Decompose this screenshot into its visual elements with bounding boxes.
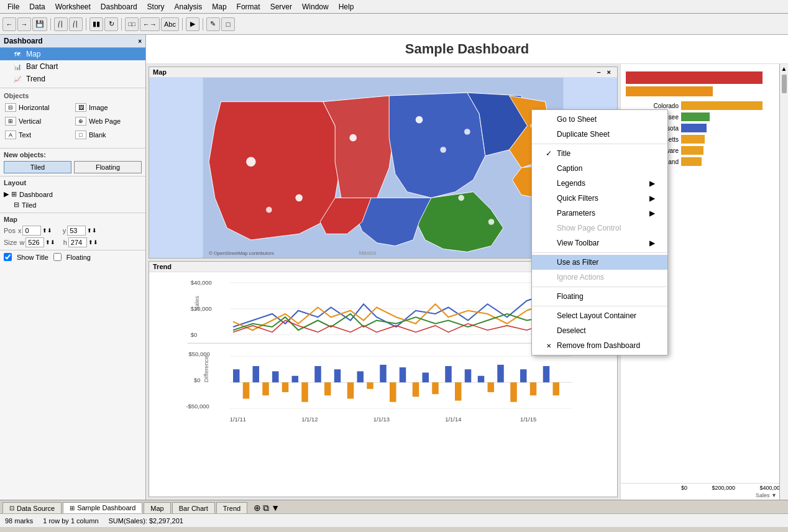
svg-rect-57 — [520, 369, 527, 382]
present-button[interactable]: ▶ — [186, 17, 199, 31]
more-tabs-button[interactable]: ▼ — [271, 503, 280, 513]
menu-window[interactable]: Window — [297, 1, 334, 12]
ctx-title-label: Title — [557, 149, 570, 158]
menu-format[interactable]: Format — [232, 1, 265, 12]
objects-label: Objects — [4, 92, 142, 99]
tab-map[interactable]: Map — [144, 502, 170, 513]
new-sheet-button[interactable]: ⊕ — [254, 503, 261, 513]
svg-text:© OpenStreetMap contributors: © OpenStreetMap contributors — [209, 250, 274, 256]
ctx-sep-2 — [532, 252, 667, 253]
map-close-button[interactable]: × — [605, 68, 613, 76]
floating-button[interactable]: Floating — [74, 161, 142, 173]
scroll-up-button[interactable]: ▲ — [780, 64, 788, 73]
menu-file[interactable]: File — [2, 1, 24, 12]
tab-barchart[interactable]: Bar Chart — [172, 502, 215, 513]
obj-image[interactable]: 🖼 Image — [74, 102, 142, 113]
undo-button[interactable]: ⎛⎜ — [54, 17, 68, 31]
menu-data[interactable]: Data — [24, 1, 50, 12]
duplicate-sheet-button[interactable]: ⧉ — [263, 503, 269, 513]
h-input[interactable] — [68, 237, 87, 247]
pause-button[interactable]: ▮▮ — [89, 17, 103, 31]
menu-help[interactable]: Help — [334, 1, 359, 12]
menu-map[interactable]: Map — [207, 1, 231, 12]
layout-tiled[interactable]: ⊟ Tiled — [14, 200, 142, 210]
ctx-quick-filters[interactable]: Quick Filters ▶ — [532, 191, 667, 206]
obj-horizontal[interactable]: ⊟ Horizontal — [4, 102, 71, 113]
ctx-ignore-actions: Ignore Actions — [532, 270, 667, 285]
obj-image-label: Image — [89, 104, 108, 111]
obj-text-label: Text — [19, 131, 31, 139]
ctx-quick-filters-label: Quick Filters — [557, 194, 598, 203]
axis-label-0: $0 — [681, 485, 687, 491]
menu-dashboard[interactable]: Dashboard — [96, 1, 142, 12]
tab-sample-dashboard[interactable]: ⊞ Sample Dashboard — [63, 502, 142, 513]
tab-dashboard-icon: ⊞ — [70, 505, 75, 511]
w-label: w — [19, 239, 24, 246]
ctx-duplicate-sheet[interactable]: Duplicate Sheet — [532, 127, 667, 142]
ctx-view-toolbar[interactable]: View Toolbar ▶ — [532, 236, 667, 250]
obj-blank[interactable]: □ Blank — [74, 129, 142, 140]
fix-button[interactable]: ←→ — [140, 17, 160, 31]
menu-story[interactable]: Story — [142, 1, 170, 12]
h-stepper[interactable]: ⬆⬇ — [88, 239, 98, 245]
bar-chart-axis: $0 $200,000 $400,000 — [621, 483, 788, 492]
map-panel-label: Map — [4, 216, 142, 223]
ctx-remove-from-dashboard[interactable]: ✕ Remove from Dashboard — [532, 338, 667, 353]
ctx-use-as-filter[interactable]: Use as Filter — [532, 255, 667, 270]
w-stepper[interactable]: ⬆⬇ — [45, 239, 55, 245]
ctx-title[interactable]: ✓ Title — [532, 146, 667, 161]
x-input[interactable] — [22, 226, 41, 236]
obj-vertical[interactable]: ⊞ Vertical — [4, 116, 71, 127]
ctx-select-layout-container[interactable]: Select Layout Container — [532, 308, 667, 323]
svg-rect-53 — [478, 376, 485, 383]
toolbar-separator-1 — [50, 18, 51, 30]
tab-datasource[interactable]: ⊡ Data Source — [2, 502, 62, 513]
obj-text[interactable]: A Text — [4, 129, 71, 140]
y-stepper[interactable]: ⬆⬇ — [87, 227, 97, 234]
y-label: y — [63, 227, 66, 234]
sidebar-item-barchart[interactable]: 📊 Bar Chart — [0, 60, 145, 73]
pencil-button[interactable]: ✎ — [206, 17, 220, 31]
redo-button[interactable]: ⎛⎜ — [69, 17, 83, 31]
map-minimize-button[interactable]: – — [594, 68, 603, 76]
menu-analysis[interactable]: Analysis — [170, 1, 208, 12]
w-input[interactable] — [25, 237, 44, 247]
floating-checkbox[interactable] — [53, 253, 62, 261]
back-button[interactable]: ← — [2, 17, 16, 31]
fit-button[interactable]: □□ — [125, 17, 139, 31]
expand-icon: ▶ — [4, 190, 9, 198]
panel-close-button[interactable]: × — [138, 38, 142, 45]
show-title-checkbox[interactable] — [4, 253, 12, 261]
y-input[interactable] — [67, 226, 86, 236]
x-stepper[interactable]: ⬆⬇ — [42, 227, 52, 234]
refresh-button[interactable]: ↻ — [104, 17, 118, 31]
scroll-thumb[interactable] — [782, 75, 787, 93]
toolbar-separator-3 — [121, 18, 122, 30]
sidebar-item-map[interactable]: 🗺 Map — [0, 48, 145, 60]
label-button[interactable]: Abc — [161, 17, 179, 31]
top-bar-2 — [626, 86, 713, 96]
ctx-go-to-sheet[interactable]: Go to Sheet — [532, 112, 667, 127]
ctx-deselect[interactable]: Deselect — [532, 323, 667, 338]
ctx-floating[interactable]: Floating — [532, 289, 667, 304]
forward-button[interactable]: → — [17, 17, 31, 31]
svg-rect-31 — [243, 382, 250, 398]
tab-trend[interactable]: Trend — [216, 502, 247, 513]
tiled-button[interactable]: Tiled — [4, 161, 71, 173]
main-layout: Dashboard × 🗺 Map 📊 Bar Chart 📈 Trend Ob… — [0, 35, 788, 500]
save-button[interactable]: 💾 — [32, 17, 47, 31]
new-objects-label: New objects: — [4, 151, 142, 158]
content-area: Sample Dashboard Map – × — [146, 35, 788, 500]
box-button[interactable]: □ — [221, 17, 235, 31]
ctx-deselect-label: Deselect — [557, 326, 586, 335]
ctx-caption[interactable]: Caption — [532, 161, 667, 176]
menu-server[interactable]: Server — [265, 1, 297, 12]
menu-worksheet[interactable]: Worksheet — [50, 1, 96, 12]
obj-webpage[interactable]: ⊕ Web Page — [74, 116, 142, 127]
sidebar-item-trend[interactable]: 📈 Trend — [0, 73, 145, 85]
bar-fill-massachusetts — [681, 135, 705, 144]
layout-dashboard[interactable]: ▶ ⊞ Dashboard — [4, 189, 142, 200]
ctx-legends[interactable]: Legends ▶ — [532, 176, 667, 191]
dashboard-content: Map – × — [146, 64, 788, 500]
ctx-parameters[interactable]: Parameters ▶ — [532, 206, 667, 221]
